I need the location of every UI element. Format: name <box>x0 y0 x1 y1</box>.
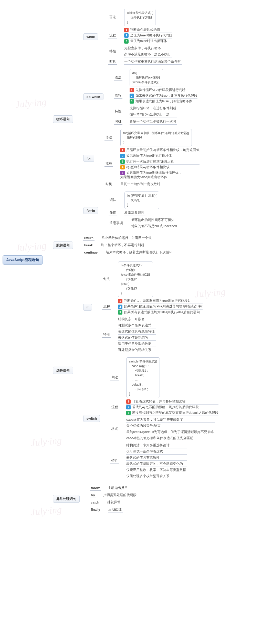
while-timing: 一个动作被重复执行到满足某个条件时 <box>124 59 182 65</box>
branch-select: 选择语句 <box>53 367 73 374</box>
switch-trait-label: 特性 <box>110 458 119 464</box>
node-throw: throw <box>90 486 101 491</box>
for-flow: 1用循环变量初始值与循环条件相比较，确定返回值 2如果返回值为true则执行循环… <box>120 147 200 180</box>
if-flow-label: 流程 <box>102 304 111 310</box>
continue-desc: 结束本次循环，接着去判断是否执行下次循环 <box>106 250 173 255</box>
forin-role-label: 作用 <box>109 210 117 216</box>
switch-flow-label: 流程 <box>110 405 119 410</box>
dowhile-trait-label: 特性 <box>114 109 122 114</box>
node-return: return <box>83 236 95 241</box>
forin-note: 循环输出的属性顺序不可预知 对象的值不能是null或undefined <box>131 217 178 229</box>
return-desc: 终止函数体的运行，并返回一个值 <box>102 235 153 241</box>
dowhile-timing: 希望一个动作至少被执行一次时 <box>130 119 177 125</box>
switch-format: case标签为常量，可以是字符串或数字 每个标签均以冒号:结束 虽然break与… <box>126 417 215 441</box>
throw-desc: 主动抛出异常 <box>108 485 129 491</box>
node-forin: for-in <box>83 207 98 214</box>
node-if: if <box>83 304 92 311</box>
node-continue: continue <box>83 250 99 255</box>
while-flow-label: 流程 <box>108 33 117 38</box>
switch-syntax-label: 句法 <box>110 375 119 380</box>
if-trait: 结构复杂，可嵌套 可测试多个条件表达式 表达式的值具有线性特征 表达式的值是动态… <box>118 316 156 353</box>
dowhile-trait: 先执行循环体，在进行条件判断 循环体内代码至少执行一次 <box>130 105 177 118</box>
break-desc: 终止整个循环，不再进行判断 <box>101 243 145 248</box>
try-desc: 指明需要处理的代码段 <box>103 492 138 498</box>
node-switch: switch <box>83 415 100 422</box>
node-finally: finally <box>90 507 101 512</box>
mindmap-root: JavaScript流程语句 循环语句 while 语法 while(条件表达式… <box>3 5 259 515</box>
dowhile-flow-label: 流程 <box>114 93 122 99</box>
node-while: while <box>83 33 98 40</box>
node-dowhile: do-while <box>83 93 103 100</box>
while-trait: 先检查条件，再执行循环 条件不满足则循环一次也不执行 <box>124 45 172 58</box>
switch-syntax: switch (条件表达式){ case 标签1 : 代码段1 ; break;… <box>126 357 160 398</box>
branch-jump: 跳转语句 <box>53 242 73 249</box>
while-flow: 1判断条件表达式的值 2当值为true时循环执行代码段 3当值为false时退出… <box>124 27 172 44</box>
switch-format-label: 格式 <box>110 426 119 432</box>
dowhile-flow: 1先执行循环体内代码段再进行判断 2如果表达式的值为true，则重复执行代码段 … <box>130 87 198 105</box>
for-timing: 重复一个动作到一定次数时 <box>120 182 161 187</box>
root-node: JavaScript流程语句 <box>3 255 43 265</box>
branch-loop: 循环语句 <box>53 115 73 123</box>
switch-flow: 1计算表达式的值，并与各标签相比较 2若找到与之匹配的标签，则执行其后的代码段 … <box>126 399 218 416</box>
for-flow-label: 流程 <box>104 161 113 167</box>
switch-trait: 结构简洁，专为多重选择设计 仅可测试一条条件表达式 表达式的值具有离散性 表达式… <box>126 442 187 479</box>
node-catch: catch <box>90 500 100 505</box>
forin-note-label: 注意事项 <box>109 220 124 226</box>
dowhile-timing-label: 时机 <box>114 119 122 125</box>
for-syntax: for(循环变量 = 初值; 循环条件;递增/递减计数器){ 循环代码段 } <box>120 129 192 146</box>
if-syntax: if(条件表达式1){ 代码段1 }else if(条件表达式2){ 代码段2 … <box>118 261 153 297</box>
node-try: try <box>90 493 96 498</box>
if-syntax-label: 句法 <box>102 276 111 282</box>
dowhile-syntax: do{ 循环执行的代码段 }while(条件表达式); <box>130 69 163 86</box>
forin-syntax: for(声明变量 in 对象){ 代码段 } <box>124 192 159 209</box>
if-trait-label: 特性 <box>102 332 111 338</box>
dowhile-syntax-label: 语法 <box>114 75 122 80</box>
while-syntax: while(条件表达式){ 循环执行代码段 } <box>124 9 155 26</box>
while-syntax-label: 语法 <box>108 15 117 20</box>
while-trait-label: 特性 <box>108 49 117 54</box>
forin-role: 枚举对象属性 <box>124 210 145 216</box>
if-flow: 1判断条件1，如果返回值为true则执行代码段1 2如果条件1的返回值为fals… <box>118 298 203 315</box>
for-timing-label: 时机 <box>104 182 113 187</box>
for-syntax-label: 语法 <box>104 135 113 140</box>
while-timing-label: 时机 <box>108 59 117 65</box>
forin-syntax-label: 语法 <box>109 197 117 203</box>
node-break: break <box>83 243 94 248</box>
node-for: for <box>83 155 94 162</box>
catch-desc: 捕获异常 <box>107 500 122 505</box>
finally-desc: 后期处理 <box>108 507 123 512</box>
branch-exception: 异常处理语句 <box>53 495 80 503</box>
